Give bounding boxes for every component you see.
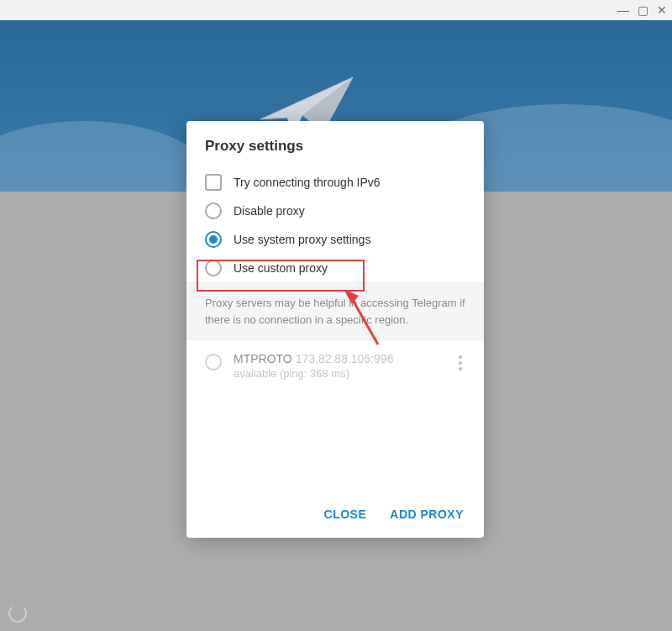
radio-icon: [205, 260, 222, 276]
option-label: Use custom proxy: [234, 261, 328, 275]
radio-icon: [205, 354, 222, 371]
minimize-icon[interactable]: —: [617, 4, 629, 16]
close-icon[interactable]: ✕: [657, 4, 667, 16]
proxy-settings-dialog: Proxy settings Try connecting through IP…: [186, 121, 484, 538]
radio-icon: [205, 202, 222, 219]
option-ipv6[interactable]: Try connecting through IPv6: [186, 168, 484, 197]
add-proxy-button[interactable]: ADD PROXY: [390, 507, 464, 521]
loading-spinner-icon: [8, 604, 27, 623]
kebab-menu-icon[interactable]: [455, 352, 465, 374]
proxy-status: available (ping: 368 ms): [234, 367, 455, 380]
dialog-title: Proxy settings: [186, 121, 484, 168]
maximize-icon[interactable]: ▢: [638, 4, 648, 16]
window-titlebar: — ▢ ✕: [0, 0, 672, 20]
option-system-proxy[interactable]: Use system proxy settings: [186, 225, 484, 254]
proxy-protocol-address: MTPROTO 173.82.88.105:996: [234, 352, 455, 365]
radio-selected-icon: [205, 231, 222, 248]
info-text: Proxy servers may be helpful in accessin…: [186, 282, 484, 340]
option-label: Disable proxy: [234, 204, 305, 218]
dialog-actions: CLOSE ADD PROXY: [186, 492, 484, 538]
proxy-list-item[interactable]: MTPROTO 173.82.88.105:996 available (pin…: [186, 340, 484, 392]
checkbox-icon: [205, 174, 222, 191]
option-label: Use system proxy settings: [234, 233, 370, 246]
option-custom-proxy[interactable]: Use custom proxy: [186, 254, 484, 282]
option-label: Try connecting through IPv6: [234, 176, 381, 189]
close-button[interactable]: CLOSE: [324, 507, 367, 521]
option-disable-proxy[interactable]: Disable proxy: [186, 197, 484, 225]
